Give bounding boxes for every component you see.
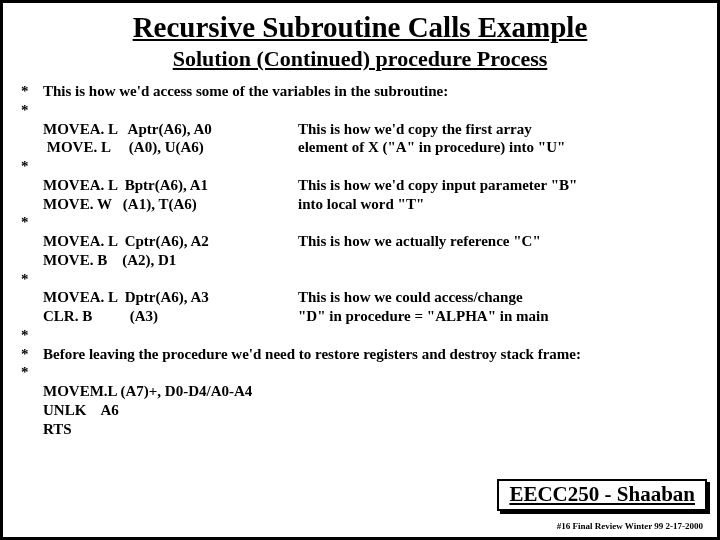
code-line: MOVE. B (A2), D1 bbox=[43, 251, 298, 270]
comment-line: This is how we could access/change bbox=[298, 288, 699, 307]
code-line: MOVE. L (A0), U(A6) bbox=[43, 138, 298, 157]
star-bullet: * bbox=[21, 157, 43, 176]
slide-subtitle: Solution (Continued) procedure Process bbox=[21, 46, 699, 72]
star-bullet: * bbox=[21, 101, 43, 120]
star-bullet: * bbox=[21, 213, 43, 232]
star-bullet: * bbox=[21, 363, 43, 382]
code-line: MOVEA. L Dptr(A6), A3 bbox=[43, 288, 298, 307]
comment-line bbox=[298, 251, 699, 270]
code-line: MOVEA. L Bptr(A6), A1 bbox=[43, 176, 298, 195]
comment-line: element of X ("A" in procedure) into "U" bbox=[298, 138, 699, 157]
slide-title: Recursive Subroutine Calls Example bbox=[21, 11, 699, 44]
code-line: UNLK A6 bbox=[43, 401, 298, 420]
code-line: MOVEM.L (A7)+, D0-D4/A0-A4 bbox=[43, 382, 298, 401]
star-bullet: * bbox=[21, 345, 43, 364]
comment-line: This is how we'd copy the first array bbox=[298, 120, 699, 139]
restore-text: Before leaving the procedure we'd need t… bbox=[43, 345, 581, 364]
star-bullet: * bbox=[21, 270, 43, 289]
slide-number-note: #16 Final Review Winter 99 2-17-2000 bbox=[557, 521, 703, 531]
intro-text: This is how we'd access some of the vari… bbox=[43, 82, 448, 101]
slide-frame: Recursive Subroutine Calls Example Solut… bbox=[0, 0, 720, 540]
code-line: MOVEA. L Cptr(A6), A2 bbox=[43, 232, 298, 251]
comment-line: This is how we actually reference "C" bbox=[298, 232, 699, 251]
code-line: RTS bbox=[43, 420, 298, 439]
code-line: MOVEA. L Aptr(A6), A0 bbox=[43, 120, 298, 139]
star-bullet: * bbox=[21, 326, 43, 345]
comment-line: This is how we'd copy input parameter "B… bbox=[298, 176, 699, 195]
code-line: MOVE. W (A1), T(A6) bbox=[43, 195, 298, 214]
comment-line: into local word "T" bbox=[298, 195, 699, 214]
course-footer: EECC250 - Shaaban bbox=[497, 479, 707, 511]
comment-line: "D" in procedure = "ALPHA" in main bbox=[298, 307, 699, 326]
code-line: CLR. B (A3) bbox=[43, 307, 298, 326]
slide-body: * This is how we'd access some of the va… bbox=[21, 82, 699, 438]
star-bullet: * bbox=[21, 82, 43, 101]
